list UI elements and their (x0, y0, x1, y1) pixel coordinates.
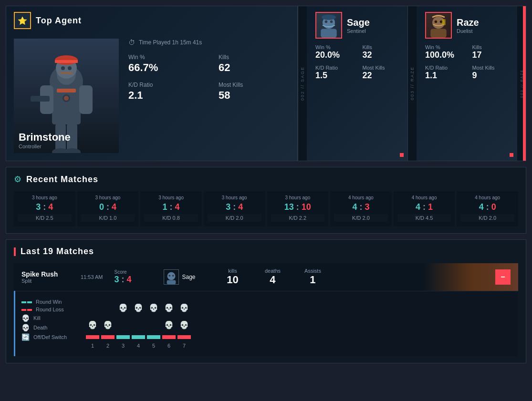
agent-role: Controller (19, 144, 114, 149)
result-row (86, 335, 191, 339)
result-cell-6 (177, 335, 191, 339)
match-time-0: 3 hours ago (18, 195, 72, 200)
agent-name: Brimstone (19, 131, 114, 144)
match-score-7: 4 : 0 (460, 202, 514, 212)
match-kd-0: K/D 2.5 (18, 214, 72, 222)
kill-cell-0 (86, 301, 99, 314)
match-card-7[interactable]: 4 hours ago4 : 0K/D 2.0 (457, 191, 518, 226)
sage-portrait-svg (316, 12, 341, 39)
svg-rect-8 (31, 96, 50, 102)
result-cell-0 (86, 335, 99, 339)
svg-point-29 (167, 272, 176, 280)
result-cell-3 (132, 335, 145, 339)
sage-avatar (315, 12, 342, 39)
raze-win-stat: Win % 100.0% (425, 44, 463, 60)
agent-name-overlay: Brimstone Controller (14, 127, 119, 153)
match-time-1: 3 hours ago (81, 195, 135, 200)
loss-color-bar (21, 309, 26, 311)
rounds-chart: 💀💀💀💀💀💀💀💀💀1234567 (86, 299, 191, 349)
svg-point-32 (172, 275, 174, 277)
svg-rect-16 (57, 89, 76, 93)
svg-point-31 (169, 275, 171, 277)
legend-death: 💀 Death (21, 324, 67, 331)
kill-cell-1 (101, 301, 115, 314)
round-num-4: 5 (147, 343, 160, 349)
time-played: ⏱ Time Played 1h 15m 41s (128, 39, 290, 46)
kd-ratio-stat: K/D Ratio 2.1 (128, 82, 199, 102)
win-percent-stat: Win % 66.7% (128, 54, 199, 74)
kills-stat: Kills 62 (219, 54, 290, 74)
match-time-3: 3 hours ago (208, 195, 261, 200)
match-card-2[interactable]: 3 hours ago1 : 4K/D 0.8 (140, 191, 202, 226)
match-time-5: 4 hours ago (334, 195, 388, 200)
match-row: Spike Rush Split 11:53 AM Score 3 : 4 (14, 263, 518, 291)
round-num-2: 3 (116, 343, 130, 349)
match-detail: Round Win Round Loss 💀 Kill � (14, 291, 518, 356)
raze-kd-stat: K/D Ratio 1.1 (425, 65, 463, 81)
match-card-3[interactable]: 3 hours ago3 : 4K/D 2.0 (204, 191, 265, 226)
round-num-3: 4 (132, 343, 145, 349)
raze-vertical-label: 003 // RAZE (408, 6, 417, 161)
death-cell-6: 💀 (177, 318, 191, 331)
match-time: 11:53 AM (81, 274, 103, 280)
kill-cell-3: 💀 (132, 301, 145, 314)
clock-icon: ⏱ (128, 39, 135, 46)
match-card-1[interactable]: 3 hours ago0 : 4K/D 1.0 (77, 191, 139, 226)
match-kd-3: K/D 2.0 (208, 214, 261, 222)
recent-matches-section: ⚙ Recent Matches 3 hours ago3 : 4K/D 2.5… (6, 167, 526, 234)
result-cell-1 (101, 335, 115, 339)
svg-rect-30 (167, 280, 176, 284)
agent-stats: ⏱ Time Played 1h 15m 41s Win % 66.7% Kil… (119, 39, 290, 153)
other-agents: 002 // SAGE (297, 6, 526, 161)
match-score-block: Score 3 : 4 (114, 269, 152, 285)
raze-avatar (425, 12, 452, 39)
round-numbers-row: 1234567 (86, 343, 191, 349)
round-num-0: 1 (86, 343, 99, 349)
top-section-red-accent (523, 6, 526, 161)
recent-matches-title: Recent Matches (26, 175, 98, 185)
sage-win-stat: Win % 20.0% (315, 44, 353, 60)
match-score-display: 3 : 4 (114, 275, 152, 285)
loss-color-bar2 (27, 309, 32, 311)
match-card-6[interactable]: 4 hours ago4 : 1K/D 4.5 (394, 191, 455, 226)
legend-round-loss: Round Loss (21, 307, 67, 312)
match-card-0[interactable]: 3 hours ago3 : 4K/D 2.5 (14, 191, 75, 226)
svg-rect-28 (442, 19, 445, 25)
header-accent (14, 247, 16, 256)
svg-point-23 (322, 15, 336, 20)
match-score-0: 3 : 4 (18, 202, 72, 212)
sage-vertical-label: 002 // SAGE (298, 6, 307, 161)
match-sage-avatar (164, 269, 179, 285)
recent-matches-header: ⚙ Recent Matches (14, 174, 518, 185)
sage-stats: Win % 20.0% Kills 32 K/D Ratio 1.5 Most … (315, 44, 400, 81)
assists-block: Assists 1 (298, 268, 327, 286)
svg-rect-25 (430, 29, 446, 38)
round-num-6: 7 (177, 343, 191, 349)
match-score-4: 13 : 10 (271, 202, 325, 212)
match-agent-block: Sage (164, 269, 207, 285)
match-card-4[interactable]: 3 hours ago13 : 10K/D 2.2 (267, 191, 329, 226)
expand-button[interactable]: − (495, 269, 511, 285)
match-mode: Spike Rush Split (21, 270, 69, 284)
match-row-wrapper: Spike Rush Split 11:53 AM Score 3 : 4 (14, 263, 518, 356)
match-card-5[interactable]: 4 hours ago4 : 3K/D 2.0 (330, 191, 392, 226)
kill-cell-5: 💀 (162, 301, 176, 314)
match-time-4: 3 hours ago (271, 195, 325, 200)
svg-rect-4 (55, 60, 78, 63)
match-time-6: 4 hours ago (397, 195, 451, 200)
filter-icon: ⚙ (14, 174, 21, 185)
win-color-bar (21, 301, 26, 303)
result-cell-5 (162, 335, 176, 339)
kill-cell-4: 💀 (147, 301, 160, 314)
last-matches-section: Last 19 Matches Spike Rush Split 11:53 A… (6, 239, 526, 363)
legend-switch: 🔄 Off/Def Switch (21, 333, 67, 341)
svg-point-21 (325, 21, 328, 23)
death-cell-0: 💀 (86, 318, 99, 331)
match-row-content: Spike Rush Split 11:53 AM Score 3 : 4 (14, 263, 518, 291)
match-kd-5: K/D 2.0 (334, 214, 388, 222)
match-score-1: 0 : 4 (81, 202, 135, 212)
death-legend-icon: 💀 (21, 324, 30, 331)
death-cell-2 (116, 318, 130, 331)
kill-cell-6: 💀 (177, 301, 191, 314)
death-cell-1: 💀 (101, 318, 115, 331)
